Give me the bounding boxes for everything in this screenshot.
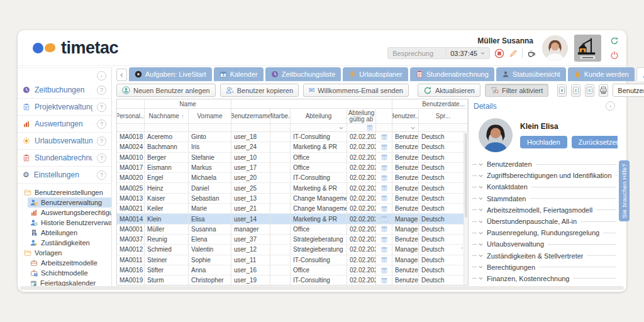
tab[interactable]: Zeitbuchungsliste [265,67,341,81]
export-pdf-button[interactable]: c [585,84,594,97]
timer-field[interactable]: Besprechung 03:37:45 [387,47,490,59]
table-row[interactable]: MA0014 Klein Elisa user_14 Marketing & P… [117,214,468,224]
calendar-cell-icon[interactable] [381,165,387,171]
calendar-cell-icon[interactable] [381,154,387,160]
group-name[interactable]: Name [145,99,231,108]
edit-timer-icon[interactable] [509,49,518,58]
table-row[interactable]: MA0017 Eismann Markus user_17 Office 02.… [117,163,468,173]
tree-item[interactable]: Abteilungen [28,228,111,238]
help-icon[interactable]: ? [97,136,106,146]
table-row[interactable]: MA0019 Sturm Christopher user_19 IT-Cons… [117,275,468,286]
table-row[interactable]: MA0018 Aceremo Ginto user_18 IT-Consulti… [117,132,468,142]
refresh-session-icon[interactable] [610,36,619,45]
upload-photo-button[interactable]: Hochladen [520,136,567,148]
calendar-cell-icon[interactable] [381,195,387,201]
filter-abteilung-select[interactable] [291,124,347,131]
user-avatar[interactable] [542,35,568,61]
col-calendar[interactable] [376,109,392,123]
tab-scroll-left-button[interactable] [116,69,127,81]
calendar-cell-icon[interactable] [381,185,387,191]
tab[interactable]: Stundenabrechnung [410,67,494,81]
table-row[interactable]: MA0011 Steiner Sophie user_11 IT-Consult… [117,255,468,265]
tree-item[interactable]: Historie Benutzerverwaltung [28,218,111,228]
details-section-row[interactable]: Überstundenpauschale, All-in [472,216,616,227]
table-row[interactable]: MA0025 Heinz Daniel user_25 Marketing & … [117,183,468,193]
timer-task-input[interactable]: Besprechung [388,50,446,57]
col-nachname[interactable]: Nachname↑ [145,109,189,123]
reset-photo-button[interactable]: Zurücksetzen [572,136,618,148]
calendar-cell-icon[interactable] [381,144,387,150]
table-row[interactable]: MA0010 Berger Stefanie user_10 Office 02… [117,153,468,163]
timer-value[interactable]: 03:37:45 [446,50,489,57]
table-row[interactable]: MA0024 Bachmann Iris user_24 Marketing &… [117,142,468,152]
tree-item[interactable]: Vorlagen [21,248,111,258]
export-excel-button[interactable]: x [557,84,567,97]
calendar-cell-icon[interactable] [381,206,387,212]
logout-icon[interactable] [610,51,619,60]
filter-benutzer-select[interactable] [392,124,419,131]
col-vorname[interactable]: Vorname [189,109,231,123]
details-section-row[interactable]: Berechtigungen [472,262,616,273]
group-benutzerdaten[interactable]: Benutzerdate... [392,99,468,108]
calendar-cell-icon[interactable] [381,175,387,181]
tree-item[interactable]: Arbeitszeitmodelle [28,258,111,268]
company-logo[interactable] [574,35,601,62]
details-collapse-button[interactable]: › [606,101,615,111]
filter-toggle-button[interactable]: Filter aktiviert [485,84,548,97]
sidebar-item[interactable]: Zeitbuchungen ? [18,82,111,99]
sidebar-item[interactable]: Auswertungen ? [18,116,111,133]
calendar-cell-icon[interactable] [381,257,387,263]
details-avatar[interactable] [479,118,513,152]
help-icon[interactable]: ? [97,103,106,112]
tree-item[interactable]: T Schichtmodelle [28,268,111,278]
col-benutzer[interactable]: Benutzer... [392,109,419,123]
refresh-button[interactable]: Aktualisieren [418,84,480,97]
tab[interactable]: Benutzerverwaltung × [636,67,644,81]
export-csv-button[interactable]: c [571,84,580,97]
tree-item[interactable]: Zuständigkeiten [28,238,111,248]
calendar-cell-icon[interactable] [381,277,387,284]
help-icon[interactable]: ? [97,170,106,180]
table-row[interactable]: MA0013 Kaiser Sebastian user_13 Change M… [117,194,468,204]
col-abteilung-gueltig[interactable]: Abteilung gültig ab [347,109,376,123]
col-abteilung[interactable]: Abteilung [291,109,347,123]
col-personal[interactable]: Personal... [117,109,145,123]
calendar-cell-icon[interactable] [381,236,387,243]
chevron-down-icon[interactable] [480,50,486,56]
filter-benutzername-input[interactable] [231,124,270,131]
view-select[interactable]: Benutzerdaten [613,84,644,97]
table-scrollbar[interactable] [464,132,468,285]
filter-vorname-input[interactable] [189,124,231,131]
help-tab[interactable]: Sie brauchen Hilfe? [619,160,630,221]
table-row[interactable]: MA0020 Engel Michaela user_20 IT-Consult… [117,173,468,183]
table-row[interactable]: MA0001 Müller Susanna manager Office 02.… [117,225,468,235]
tab[interactable]: Urlaubsplaner [343,67,408,81]
details-section-row[interactable]: Zugriffsberechtigungen und Identifikatio… [472,170,616,181]
col-benutzername[interactable]: Benutzername [231,109,270,123]
help-icon[interactable]: ? [97,153,106,163]
tab[interactable]: Statusübersicht [496,67,566,81]
details-section-row[interactable]: Zuständigkeiten & Stellvertreter [472,250,616,262]
tree-item[interactable]: Auswertungsberechtigungen [28,208,111,218]
col-mitarbeiter[interactable]: Mitarbe... [270,109,291,123]
sidebar-item[interactable]: Urlaubsverwaltung ? [18,133,111,150]
table-row[interactable]: MA0016 Stifter Anna user_16 Office 02.02… [117,265,468,275]
welcome-email-button[interactable]: ✉Willkommens-Email senden [303,84,409,97]
table-row[interactable]: MA0037 Reunig Elena user_37 Strategieber… [117,235,468,245]
details-section-row[interactable]: Finanzen, Kostenrechnung [472,273,616,284]
details-section-row[interactable]: Benutzerdaten [472,158,616,170]
sidebar-item[interactable]: Projektverwaltung ? [18,99,111,116]
sidebar-item[interactable]: Stundenabrechnung ? [18,150,111,167]
horizontal-scrollbar[interactable] [20,286,624,290]
table-row[interactable]: MA0021 Keiler Marie user_21 Change Manag… [117,204,468,214]
help-icon[interactable]: ? [97,119,106,129]
filter-nachname-input[interactable] [145,124,189,131]
tab[interactable]: Aufgaben: LiveStart [129,67,212,81]
copy-user-button[interactable]: Benutzer kopieren [220,84,299,97]
tree-item[interactable]: Benutzereinstellungen [21,187,111,197]
help-icon[interactable]: ? [97,86,106,95]
break-icon[interactable] [527,49,536,58]
calendar-cell-icon[interactable] [381,216,387,222]
col-sprache[interactable]: Spr... [419,109,468,123]
details-section-row[interactable]: Urlaubsverwaltung [472,238,616,250]
